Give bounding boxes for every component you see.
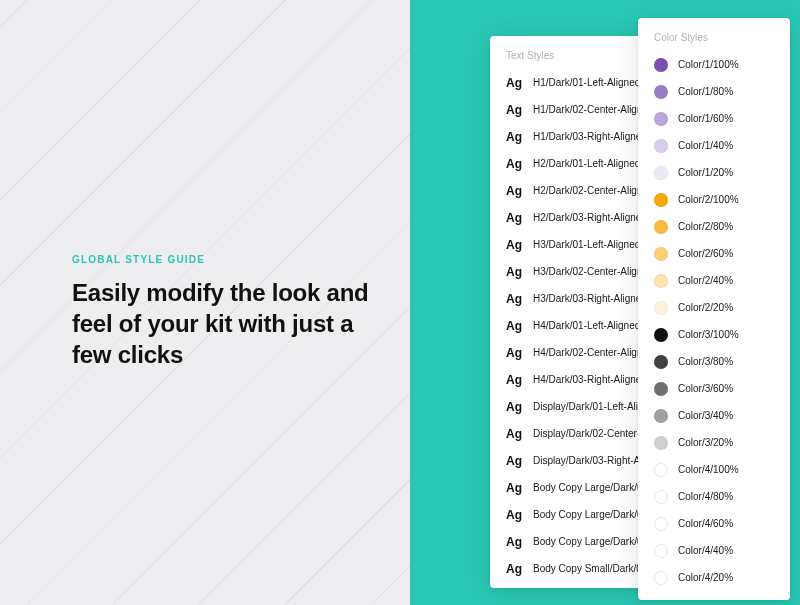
- eyebrow-text: GLOBAL STYLE GUIDE: [72, 254, 372, 265]
- text-style-row[interactable]: AgH4/Dark/02-Center-Aligned: [490, 339, 648, 366]
- text-styles-list: AgH1/Dark/01-Left-AlignedAgH1/Dark/02-Ce…: [490, 69, 648, 588]
- color-swatch-icon: [654, 382, 668, 396]
- text-style-row[interactable]: AgBody Copy Small/Dark/01-Left: [490, 555, 648, 582]
- text-style-row[interactable]: AgH4/Dark/03-Right-Aligned: [490, 366, 648, 393]
- color-style-label: Color/2/80%: [678, 221, 733, 232]
- color-style-label: Color/1/100%: [678, 59, 739, 70]
- text-style-row[interactable]: AgH1/Dark/01-Left-Aligned: [490, 69, 648, 96]
- text-style-label: Display/Dark/02-Center-Aligned: [533, 428, 648, 439]
- color-style-row[interactable]: Color/1/80%: [638, 78, 790, 105]
- color-style-label: Color/1/80%: [678, 86, 733, 97]
- color-style-row[interactable]: Color/1/40%: [638, 132, 790, 159]
- color-style-label: Color/2/20%: [678, 302, 733, 313]
- text-style-glyph: Ag: [506, 427, 523, 441]
- color-swatch-icon: [654, 544, 668, 558]
- color-style-label: Color/4/100%: [678, 464, 739, 475]
- text-style-glyph: Ag: [506, 292, 523, 306]
- color-style-label: Color/2/60%: [678, 248, 733, 259]
- color-styles-list: Color/1/100%Color/1/80%Color/1/60%Color/…: [638, 51, 790, 600]
- color-styles-panel: Color Styles Color/1/100%Color/1/80%Colo…: [638, 18, 790, 600]
- text-style-glyph: Ag: [506, 481, 523, 495]
- text-style-glyph: Ag: [506, 508, 523, 522]
- text-style-glyph: Ag: [506, 373, 523, 387]
- color-style-row[interactable]: Color/2/40%: [638, 267, 790, 294]
- color-style-row[interactable]: Color/4/80%: [638, 483, 790, 510]
- color-style-label: Color/2/100%: [678, 194, 739, 205]
- text-style-row[interactable]: AgH1/Dark/03-Right-Aligned: [490, 123, 648, 150]
- text-style-glyph: Ag: [506, 76, 523, 90]
- color-style-row[interactable]: Color/4/60%: [638, 510, 790, 537]
- color-style-row[interactable]: Color/2/60%: [638, 240, 790, 267]
- color-style-label: Color/4/60%: [678, 518, 733, 529]
- text-style-label: H3/Dark/02-Center-Aligned: [533, 266, 648, 277]
- color-style-row[interactable]: Color/3/100%: [638, 321, 790, 348]
- color-style-row[interactable]: Color/3/20%: [638, 429, 790, 456]
- color-style-label: Color/3/100%: [678, 329, 739, 340]
- color-style-row[interactable]: Color/1/60%: [638, 105, 790, 132]
- text-style-glyph: Ag: [506, 562, 523, 576]
- text-style-row[interactable]: AgH2/Dark/02-Center-Aligned: [490, 177, 648, 204]
- text-style-glyph: Ag: [506, 211, 523, 225]
- color-swatch-icon: [654, 355, 668, 369]
- text-style-label: H3/Dark/03-Right-Aligned: [533, 293, 647, 304]
- color-swatch-icon: [654, 436, 668, 450]
- text-style-glyph: Ag: [506, 535, 523, 549]
- text-style-glyph: Ag: [506, 319, 523, 333]
- text-style-row[interactable]: AgH1/Dark/02-Center-Aligned: [490, 96, 648, 123]
- text-style-row[interactable]: AgH3/Dark/03-Right-Aligned: [490, 285, 648, 312]
- text-style-label: H1/Dark/03-Right-Aligned: [533, 131, 647, 142]
- text-style-row[interactable]: AgH2/Dark/01-Left-Aligned: [490, 150, 648, 177]
- text-style-row[interactable]: AgDisplay/Dark/02-Center-Aligned: [490, 420, 648, 447]
- text-style-row[interactable]: AgH3/Dark/01-Left-Aligned: [490, 231, 648, 258]
- color-style-row[interactable]: Color/2/100%: [638, 186, 790, 213]
- color-style-label: Color/4/20%: [678, 572, 733, 583]
- color-swatch-icon: [654, 220, 668, 234]
- text-style-row[interactable]: AgBody Copy Large/Dark/01-Left: [490, 474, 648, 501]
- color-swatch-icon: [654, 247, 668, 261]
- color-style-row[interactable]: Color/3/60%: [638, 375, 790, 402]
- color-style-row[interactable]: Color/1/20%: [638, 159, 790, 186]
- color-swatch-icon: [654, 85, 668, 99]
- color-style-row[interactable]: Color/3/40%: [638, 402, 790, 429]
- color-swatch-icon: [654, 139, 668, 153]
- color-style-row[interactable]: Color/4/20%: [638, 564, 790, 591]
- text-style-row[interactable]: AgDisplay/Dark/01-Left-Aligned: [490, 393, 648, 420]
- text-style-glyph: Ag: [506, 130, 523, 144]
- text-style-row[interactable]: AgH3/Dark/02-Center-Aligned: [490, 258, 648, 285]
- text-style-label: Body Copy Large/Dark/02-Center: [533, 509, 648, 520]
- color-style-row[interactable]: Color/3/80%: [638, 348, 790, 375]
- text-styles-panel: Text Styles AgH1/Dark/01-Left-AlignedAgH…: [490, 36, 648, 588]
- color-swatch-icon: [654, 193, 668, 207]
- text-style-row[interactable]: AgBody Copy Large/Dark/03-Right: [490, 528, 648, 555]
- color-swatch-icon: [654, 274, 668, 288]
- headline-text: Easily modify the look and feel of your …: [72, 277, 372, 371]
- text-style-label: H1/Dark/01-Left-Aligned: [533, 77, 640, 88]
- text-style-label: Body Copy Large/Dark/03-Right: [533, 536, 648, 547]
- color-style-row[interactable]: Color/2/80%: [638, 213, 790, 240]
- color-swatch-icon: [654, 409, 668, 423]
- text-style-glyph: Ag: [506, 184, 523, 198]
- color-style-label: Color/3/60%: [678, 383, 733, 394]
- text-style-label: Body Copy Large/Dark/01-Left: [533, 482, 648, 493]
- color-style-label: Color/1/20%: [678, 167, 733, 178]
- copy-block: GLOBAL STYLE GUIDE Easily modify the loo…: [72, 254, 372, 371]
- text-style-label: H3/Dark/01-Left-Aligned: [533, 239, 640, 250]
- color-style-row[interactable]: Color/2/20%: [638, 294, 790, 321]
- color-swatch-icon: [654, 166, 668, 180]
- text-style-glyph: Ag: [506, 400, 523, 414]
- color-style-row[interactable]: Color/1/100%: [638, 51, 790, 78]
- color-style-row[interactable]: Color/4/40%: [638, 537, 790, 564]
- text-style-label: H2/Dark/02-Center-Aligned: [533, 185, 648, 196]
- text-style-row[interactable]: AgDisplay/Dark/03-Right-Aligned: [490, 447, 648, 474]
- color-style-label: Color/1/40%: [678, 140, 733, 151]
- text-style-glyph: Ag: [506, 157, 523, 171]
- text-style-row[interactable]: AgBody Copy Large/Dark/02-Center: [490, 501, 648, 528]
- color-swatch-icon: [654, 58, 668, 72]
- color-styles-header: Color Styles: [638, 18, 790, 51]
- text-style-row[interactable]: AgH2/Dark/03-Right-Aligned: [490, 204, 648, 231]
- text-style-row[interactable]: AgH4/Dark/01-Left-Aligned: [490, 312, 648, 339]
- color-style-row[interactable]: Color/4/100%: [638, 456, 790, 483]
- text-style-label: H4/Dark/02-Center-Aligned: [533, 347, 648, 358]
- color-swatch-icon: [654, 490, 668, 504]
- text-style-label: H2/Dark/03-Right-Aligned: [533, 212, 647, 223]
